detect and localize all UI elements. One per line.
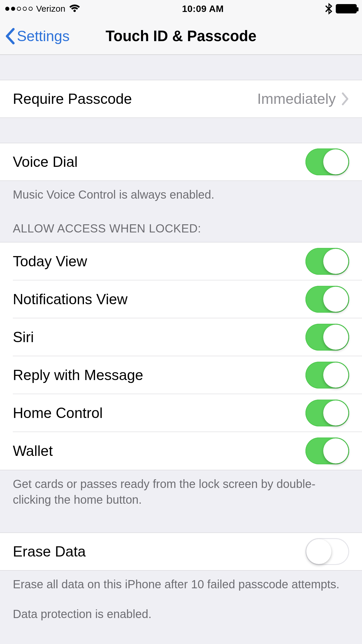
allow-access-header: ALLOW ACCESS WHEN LOCKED: xyxy=(0,206,362,242)
erase-data-cell: Erase Data xyxy=(0,533,362,570)
erase-data-footer-2: Data protection is enabled. xyxy=(0,596,362,626)
require-passcode-cell[interactable]: Require Passcode Immediately xyxy=(0,80,362,118)
erase-data-toggle[interactable] xyxy=(305,538,349,565)
notifications-view-toggle[interactable] xyxy=(305,286,349,313)
today-view-toggle[interactable] xyxy=(305,248,349,275)
bluetooth-icon xyxy=(325,3,332,15)
wallet-toggle[interactable] xyxy=(305,438,349,464)
siri-cell: Siri xyxy=(0,318,362,356)
wallet-label: Wallet xyxy=(13,442,305,459)
erase-data-footer-1: Erase all data on this iPhone after 10 f… xyxy=(0,570,362,596)
home-control-label: Home Control xyxy=(13,405,305,421)
wifi-icon xyxy=(69,4,80,13)
require-passcode-value: Immediately xyxy=(257,90,336,107)
home-control-cell: Home Control xyxy=(0,394,362,432)
chevron-left-icon xyxy=(5,27,15,45)
allow-access-group: Today View Notifications View Siri Reply… xyxy=(0,242,362,470)
require-passcode-label: Require Passcode xyxy=(13,90,257,107)
clock: 10:09 AM xyxy=(182,4,224,14)
voice-dial-label: Voice Dial xyxy=(13,153,305,170)
chevron-right-icon xyxy=(341,92,349,106)
notifications-view-cell: Notifications View xyxy=(0,280,362,318)
siri-toggle[interactable] xyxy=(305,324,349,351)
today-view-label: Today View xyxy=(13,253,305,270)
signal-strength-icon xyxy=(5,7,33,11)
voice-dial-footer: Music Voice Control is always enabled. xyxy=(0,181,362,206)
carrier-label: Verizon xyxy=(36,4,65,14)
reply-with-message-label: Reply with Message xyxy=(13,367,305,384)
wallet-cell: Wallet xyxy=(0,432,362,470)
allow-access-footer: Get cards or passes ready from the lock … xyxy=(0,470,362,512)
battery-icon xyxy=(336,4,357,13)
voice-dial-cell: Voice Dial xyxy=(0,143,362,181)
notifications-view-label: Notifications View xyxy=(13,291,305,308)
nav-bar: Settings Touch ID & Passcode xyxy=(0,18,362,55)
today-view-cell: Today View xyxy=(0,242,362,280)
erase-data-label: Erase Data xyxy=(13,543,305,560)
status-bar: Verizon 10:09 AM xyxy=(0,0,362,18)
reply-with-message-cell: Reply with Message xyxy=(0,356,362,394)
siri-label: Siri xyxy=(13,329,305,346)
voice-dial-toggle[interactable] xyxy=(305,148,349,175)
reply-with-message-toggle[interactable] xyxy=(305,362,349,388)
back-label: Settings xyxy=(17,28,70,45)
home-control-toggle[interactable] xyxy=(305,400,349,426)
back-button[interactable]: Settings xyxy=(0,27,70,45)
